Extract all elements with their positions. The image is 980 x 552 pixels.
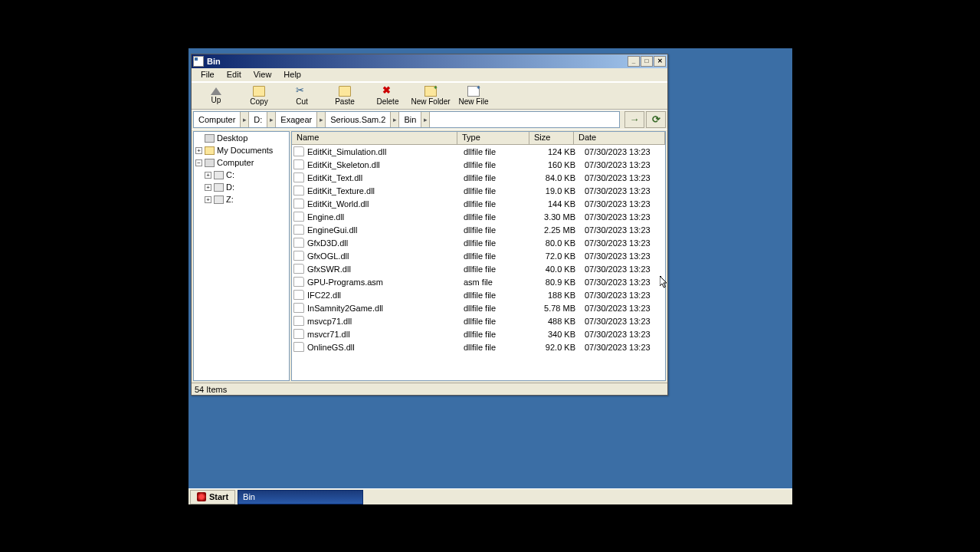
file-row[interactable]: EditKit_Simulation.dlldllfile file124 KB…: [292, 145, 665, 158]
file-size-cell: 5.78 MB: [536, 304, 580, 313]
file-size-cell: 188 KB: [536, 291, 580, 300]
file-row[interactable]: EditKit_Text.dlldllfile file84.0 KB07/30…: [292, 171, 665, 184]
tree-computer[interactable]: − Computer: [194, 156, 289, 169]
menu-edit[interactable]: Edit: [221, 68, 247, 81]
file-row[interactable]: GPU-Programs.asmasm file80.9 KB07/30/202…: [292, 275, 665, 288]
file-name-cell: msvcr71.dll: [307, 330, 461, 339]
drive-icon: [214, 183, 224, 192]
menu-help[interactable]: Help: [277, 68, 307, 81]
file-icon: [293, 199, 304, 209]
file-name-cell: Engine.dll: [307, 212, 461, 222]
breadcrumb[interactable]: Computer▸D:▸Exagear▸Serious.Sam.2▸Bin▸: [193, 111, 620, 128]
chevron-right-icon[interactable]: ▸: [240, 112, 249, 127]
menubar: File Edit View Help: [192, 68, 667, 82]
file-row[interactable]: msvcp71.dlldllfile file488 KB07/30/2023 …: [292, 314, 665, 327]
delete-x-icon: [382, 86, 394, 97]
path-segment-d[interactable]: D:: [249, 112, 267, 127]
path-segment-bin[interactable]: Bin: [399, 112, 421, 127]
minimize-button[interactable]: _: [628, 56, 640, 67]
file-name-cell: msvcp71.dll: [307, 317, 461, 326]
chevron-right-icon[interactable]: ▸: [267, 112, 276, 127]
expand-my-documents[interactable]: +: [195, 147, 202, 154]
tree-desktop[interactable]: Desktop: [194, 132, 289, 144]
chevron-right-icon[interactable]: ▸: [390, 112, 399, 127]
file-date-cell: 07/30/2023 13:23: [580, 225, 665, 235]
file-row[interactable]: GfxOGL.dlldllfile file72.0 KB07/30/2023 …: [292, 249, 665, 262]
chevron-right-icon[interactable]: ▸: [316, 112, 326, 127]
file-type-cell: dllfile file: [461, 199, 536, 209]
tree-my-documents[interactable]: + My Documents: [194, 144, 289, 156]
tree-z-label: Z:: [226, 195, 234, 204]
new-file-button[interactable]: New File: [452, 83, 495, 109]
expand-d[interactable]: +: [205, 184, 211, 191]
file-type-cell: dllfile file: [461, 238, 536, 248]
up-button[interactable]: Up: [195, 83, 238, 109]
file-list-header: Name Type Size Date: [292, 132, 665, 145]
file-row[interactable]: Engine.dlldllfile file3.30 MB07/30/2023 …: [292, 210, 665, 223]
paste-icon: [339, 86, 351, 97]
file-row[interactable]: msvcr71.dlldllfile file340 KB07/30/2023 …: [292, 327, 665, 340]
tree-z-drive[interactable]: + Z:: [194, 193, 289, 205]
new-folder-button[interactable]: New Folder: [409, 83, 452, 109]
menu-file[interactable]: File: [195, 68, 221, 81]
column-date[interactable]: Date: [574, 132, 665, 144]
titlebar[interactable]: Bin _ □ ✕: [192, 54, 667, 68]
file-size-cell: 488 KB: [536, 317, 580, 326]
copy-button[interactable]: Copy: [238, 83, 280, 109]
file-row[interactable]: EditKit_Texture.dlldllfile file19.0 KB07…: [292, 184, 665, 197]
taskbar-item-bin[interactable]: Bin: [238, 490, 363, 504]
close-button[interactable]: ✕: [654, 56, 666, 67]
column-name[interactable]: Name: [292, 132, 457, 144]
column-type[interactable]: Type: [457, 132, 529, 144]
menu-view[interactable]: View: [247, 68, 278, 81]
path-segment-exagear[interactable]: Exagear: [276, 112, 316, 127]
file-row[interactable]: EditKit_World.dlldllfile file144 KB07/30…: [292, 197, 665, 210]
expand-c[interactable]: +: [205, 172, 211, 179]
pathbar: Computer▸D:▸Exagear▸Serious.Sam.2▸Bin▸ →…: [192, 110, 667, 130]
copy-label: Copy: [250, 97, 267, 106]
file-row[interactable]: GfxD3D.dlldllfile file80.0 KB07/30/2023 …: [292, 236, 665, 249]
chevron-right-icon[interactable]: ▸: [421, 112, 430, 127]
new-folder-icon: [424, 86, 437, 97]
tree-computer-label: Computer: [217, 158, 254, 167]
file-name-cell: GfxOGL.dll: [307, 251, 461, 261]
file-row[interactable]: EditKit_Skeleton.dlldllfile file160 KB07…: [292, 158, 665, 171]
cut-button[interactable]: Cut: [280, 83, 323, 109]
path-segment-serioussam2[interactable]: Serious.Sam.2: [326, 112, 390, 127]
folder-tree[interactable]: Desktop + My Documents − Computer + C: +: [193, 131, 290, 381]
file-row[interactable]: OnlineGS.dlldllfile file92.0 KB07/30/202…: [292, 340, 665, 353]
file-list-body[interactable]: EditKit_Simulation.dlldllfile file124 KB…: [292, 145, 665, 381]
file-size-cell: 160 KB: [536, 160, 580, 169]
file-name-cell: InSamnity2Game.dll: [307, 304, 461, 313]
column-size[interactable]: Size: [529, 132, 574, 144]
file-row[interactable]: InSamnity2Game.dlldllfile file5.78 MB07/…: [292, 301, 665, 314]
go-button[interactable]: →: [624, 111, 644, 128]
taskbar[interactable]: Start Bin: [188, 488, 792, 504]
file-date-cell: 07/30/2023 13:23: [580, 199, 665, 209]
maximize-button[interactable]: □: [641, 56, 653, 67]
file-icon: [293, 290, 304, 300]
file-size-cell: 3.30 MB: [536, 212, 580, 222]
file-icon: [293, 159, 304, 169]
tree-c-drive[interactable]: + C:: [194, 169, 289, 181]
file-type-cell: dllfile file: [461, 264, 536, 274]
file-row[interactable]: EngineGui.dlldllfile file2.25 MB07/30/20…: [292, 223, 665, 236]
file-row[interactable]: GfxSWR.dlldllfile file40.0 KB07/30/2023 …: [292, 262, 665, 275]
file-date-cell: 07/30/2023 13:23: [580, 251, 665, 261]
start-button[interactable]: Start: [190, 490, 235, 504]
file-size-cell: 124 KB: [536, 147, 580, 156]
file-icon: [293, 225, 304, 235]
expand-computer[interactable]: −: [195, 159, 202, 166]
new-file-icon: [467, 86, 480, 97]
file-date-cell: 07/30/2023 13:23: [580, 278, 665, 287]
delete-button[interactable]: Delete: [366, 83, 409, 109]
path-segment-computer[interactable]: Computer: [194, 112, 240, 127]
file-row[interactable]: IFC22.dlldllfile file188 KB07/30/2023 13…: [292, 288, 665, 301]
file-list[interactable]: Name Type Size Date EditKit_Simulation.d…: [291, 131, 666, 381]
tree-d-drive[interactable]: + D:: [194, 181, 289, 193]
paste-button[interactable]: Paste: [323, 83, 366, 109]
file-icon: [293, 277, 304, 287]
file-size-cell: 19.0 KB: [536, 186, 580, 196]
refresh-button[interactable]: ⟳: [646, 111, 666, 128]
expand-z[interactable]: +: [205, 196, 211, 203]
